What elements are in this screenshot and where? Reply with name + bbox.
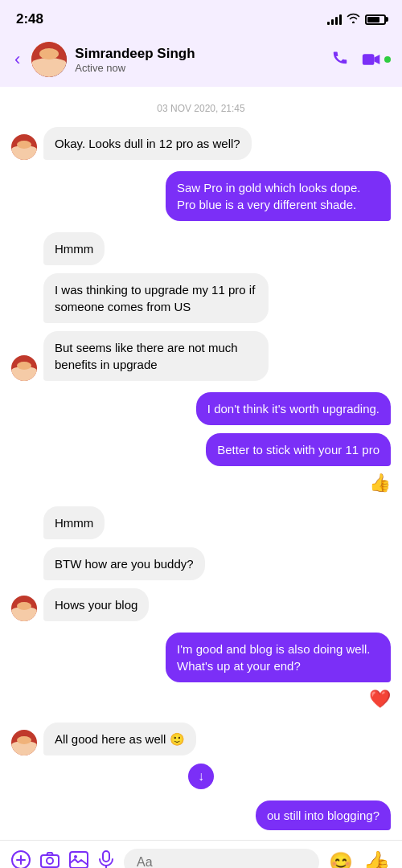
- message-row: Saw Pro in gold which looks dope. Pro bl…: [11, 171, 391, 221]
- status-time: 2:48: [16, 11, 43, 27]
- status-bar: 2:48: [0, 0, 402, 35]
- svg-rect-8: [103, 851, 109, 862]
- emoji-button[interactable]: 😊: [329, 851, 353, 868]
- message-row: I don't think it's worth upgrading.: [11, 392, 391, 425]
- message-bubble: Hmmm: [43, 232, 105, 265]
- svg-rect-0: [363, 54, 375, 65]
- message-row: 👍: [11, 471, 391, 495]
- online-dot: [384, 56, 391, 63]
- message-row: I'm good and blog is also doing well. Wh…: [11, 633, 391, 682]
- messages-area: 03 NOV 2020, 21:45 Okay. Looks dull in 1…: [0, 87, 402, 840]
- thumbsup-button[interactable]: 👍: [363, 850, 391, 869]
- message-bubble: Better to stick with your 11 pro: [206, 433, 391, 466]
- svg-point-7: [74, 855, 77, 858]
- message-row: Better to stick with your 11 pro: [11, 433, 391, 466]
- message-bubble: BTW how are you buddy?: [43, 547, 205, 580]
- video-button[interactable]: [362, 51, 391, 68]
- date-divider: 03 NOV 2020, 21:45: [11, 103, 391, 114]
- avatar[interactable]: [31, 42, 67, 77]
- message-row: BTW how are you buddy?: [43, 547, 391, 580]
- message-bubble: I was thinking to upgrade my 11 pro if s…: [43, 273, 269, 323]
- message-bubble: I don't think it's worth upgrading.: [196, 392, 391, 425]
- back-button[interactable]: ‹: [11, 49, 23, 70]
- scroll-indicator[interactable]: ↓: [11, 764, 391, 789]
- message-bubble: Okay. Looks dull in 12 pro as well?: [43, 127, 252, 160]
- message-row: I was thinking to upgrade my 11 pro if s…: [43, 273, 391, 323]
- message-input[interactable]: [137, 855, 306, 868]
- camera-button[interactable]: [40, 851, 59, 868]
- sender-avatar: [11, 134, 37, 160]
- message-row: Okay. Looks dull in 12 pro as well?: [11, 127, 391, 160]
- status-icons: [327, 13, 386, 26]
- message-bubble: Saw Pro in gold which looks dope. Pro bl…: [166, 171, 391, 221]
- sender-avatar: [11, 730, 37, 755]
- scroll-down-button[interactable]: ↓: [188, 764, 214, 789]
- message-input-wrap: [124, 849, 319, 868]
- message-row: ou still into blogging?: [11, 800, 391, 830]
- message-row: ❤️: [11, 687, 391, 711]
- header-info: Simrandeep Singh Active now: [75, 46, 323, 74]
- plus-button[interactable]: [11, 850, 31, 868]
- message-row: But seems like there are not much benefi…: [11, 331, 391, 381]
- message-row: Hmmm: [43, 232, 391, 265]
- header-actions: [331, 48, 391, 71]
- battery-icon: [365, 14, 386, 25]
- message-row: All good here as well 🙂: [11, 723, 391, 755]
- svg-point-5: [47, 858, 53, 864]
- sender-avatar: [11, 355, 37, 381]
- message-bubble: Hmmm: [43, 506, 105, 539]
- bottom-toolbar: 😊 👍: [0, 840, 402, 868]
- signal-icon: [327, 14, 342, 25]
- message-bubble: All good here as well 🙂: [43, 723, 196, 755]
- wifi-icon: [347, 13, 360, 26]
- call-button[interactable]: [331, 48, 349, 71]
- message-bubble-partial: ou still into blogging?: [256, 800, 391, 830]
- contact-name: Simrandeep Singh: [75, 46, 323, 62]
- contact-status: Active now: [75, 62, 323, 74]
- emoji-message: ❤️: [369, 687, 391, 711]
- mic-button[interactable]: [98, 850, 114, 868]
- message-bubble: But seems like there are not much benefi…: [43, 331, 269, 381]
- image-button[interactable]: [69, 851, 88, 868]
- sender-avatar: [11, 596, 37, 621]
- message-bubble: Hows your blog: [43, 588, 149, 621]
- chat-header: ‹ Simrandeep Singh Active now: [0, 35, 402, 87]
- emoji-message: 👍: [369, 471, 391, 495]
- message-bubble: I'm good and blog is also doing well. Wh…: [166, 633, 391, 682]
- message-row: Hows your blog: [11, 588, 391, 621]
- message-row: Hmmm: [43, 506, 391, 539]
